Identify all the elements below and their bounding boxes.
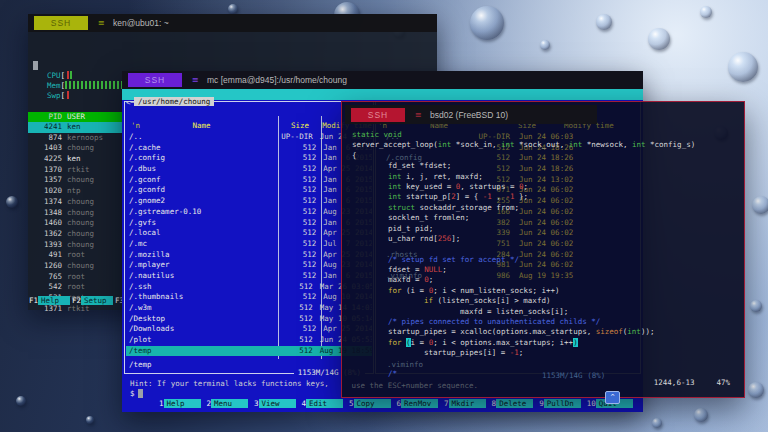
file-row[interactable]: /.gconfd 512 Jan 6 2015: [126, 185, 372, 196]
process-pid: 765: [28, 272, 62, 283]
col-name[interactable]: Name: [125, 121, 278, 130]
file-row[interactable]: /.gstreamer-0.10 512 Aug 23 2014: [126, 207, 372, 218]
window-title: bsd02 (FreeBSD 10): [430, 110, 508, 120]
file-size: 512: [278, 196, 319, 207]
swp-label: Swp: [47, 91, 61, 100]
wallpaper-droplet: [728, 52, 758, 82]
scroll-percent: 47%: [716, 378, 730, 387]
cursor-position: 1244,6-13: [654, 378, 695, 387]
titlebar-htop[interactable]: SSH ≡ ken@ubu01: ~: [28, 14, 437, 32]
file-row[interactable]: /.gconf 512 Jan 6 2015: [126, 175, 372, 186]
function-key-label: Setup: [81, 296, 113, 305]
file-row[interactable]: /temp 512 Aug 19 18:59: [126, 346, 372, 357]
col-user[interactable]: USER: [62, 112, 125, 122]
prompt-cursor: [138, 389, 143, 398]
file-row[interactable]: /Desktop 512 May 10 05:14: [126, 314, 372, 325]
process-pid: 1460: [28, 218, 62, 229]
function-key-button[interactable]: 4Edit: [302, 399, 344, 408]
file-row[interactable]: /.gnome2 512 Jan 6 2015: [126, 196, 372, 207]
function-key-button[interactable]: 6RenMov: [397, 399, 439, 408]
process-pid: 491: [28, 250, 62, 261]
process-user: choung: [62, 197, 125, 208]
file-size: 512: [278, 143, 319, 154]
process-user: choung: [62, 261, 125, 272]
file-size: 512: [278, 164, 319, 175]
vim-ruler: 1244,6-1347%: [654, 378, 730, 387]
vim-editor[interactable]: static voidserver_accept_loop(int *sock_…: [352, 130, 742, 379]
process-user: choung: [62, 218, 125, 229]
file-name: /.cache: [126, 143, 278, 154]
titlebar-mc[interactable]: SSH ≡ mc [emma@d945]:/usr/home/choung: [122, 71, 643, 89]
window-vim[interactable]: 'n Name Size Modify time /.. UP--DIR Jun…: [341, 101, 745, 398]
titlebar-vim[interactable]: SSH ≡ bsd02 (FreeBSD 10): [345, 105, 597, 124]
process-user: root: [62, 250, 125, 261]
file-row[interactable]: /.mplayer 512 Aug 23 2014: [126, 260, 372, 271]
cpu-label: CPU: [47, 71, 61, 80]
process-pid: 1362: [28, 229, 62, 240]
process-user: kernoops: [62, 133, 125, 144]
file-row[interactable]: /.thumbnails 512 Aug 10 2014: [126, 292, 372, 303]
file-row[interactable]: /.mc 512 Jul 7 2012: [126, 239, 372, 250]
file-size: 512: [275, 314, 316, 325]
cursor-block: [33, 61, 38, 70]
function-key-label: Copy: [354, 399, 391, 408]
hamburger-icon[interactable]: ≡: [192, 75, 198, 85]
function-key-label: Help: [38, 296, 70, 305]
file-row[interactable]: /.dbus 512 Apr 25 2014: [126, 164, 372, 175]
shell-prompt[interactable]: $: [130, 389, 143, 398]
function-key-button[interactable]: 9PullDn: [539, 399, 581, 408]
file-row[interactable]: /plot 512 Jun 24 05:53: [126, 335, 372, 346]
function-key-label: RenMov: [401, 399, 438, 408]
panel-path[interactable]: /usr/home/choung: [134, 97, 214, 106]
process-user: root: [62, 272, 125, 283]
file-row[interactable]: /.mozilla 512 Apr 25 2014: [126, 250, 372, 261]
scroll-indicator[interactable]: ^: [605, 391, 620, 404]
function-key-button[interactable]: 2Menu: [207, 399, 249, 408]
mc-keybar: 1Help2Menu3View4Edit5Copy6RenMov7Mkdir8D…: [159, 399, 639, 408]
col-size[interactable]: Size: [279, 121, 321, 130]
mc-left-panel[interactable]: <─ /usr/home/choung 'n Name Size Modify …: [124, 101, 374, 374]
hamburger-icon[interactable]: ≡: [415, 110, 421, 120]
wallpaper-droplet: [86, 416, 94, 424]
function-key-button[interactable]: F1Help: [29, 296, 70, 305]
function-key-label: View: [259, 399, 296, 408]
file-row[interactable]: /.cache 512 Jan 6 2015: [126, 143, 372, 154]
function-key-button[interactable]: 1Help: [159, 399, 201, 408]
process-user: choung: [62, 143, 125, 154]
function-key-button[interactable]: 5Copy: [349, 399, 391, 408]
wallpaper-droplet: [652, 418, 662, 428]
file-row[interactable]: /.gvfs 512 Jan 6 2015: [126, 218, 372, 229]
file-row[interactable]: /.ssh 512 Mar 26 03:05: [126, 282, 372, 293]
wallpaper-droplet: [700, 6, 712, 18]
file-name: /.gconfd: [126, 185, 278, 196]
process-pid: 1403: [28, 143, 62, 154]
file-size: 512: [278, 207, 319, 218]
process-user: ken: [62, 154, 125, 165]
process-user: ntp: [62, 186, 125, 197]
function-key-button[interactable]: 7Mkdir: [444, 399, 486, 408]
function-key-button[interactable]: 3View: [254, 399, 296, 408]
file-size: 512: [278, 185, 319, 196]
file-name: /Downloads: [126, 324, 278, 335]
file-name: /Desktop: [126, 314, 275, 325]
hamburger-icon[interactable]: ≡: [98, 18, 104, 28]
file-row[interactable]: /.. UP--DIR Jun 24 06:03: [126, 132, 372, 143]
file-row[interactable]: /Downloads 512 Apr 25 2014: [126, 324, 372, 335]
file-row[interactable]: /.w3m 512 May 14 14:03: [126, 303, 372, 314]
file-row[interactable]: /.config 512 Jan 6 2015: [126, 153, 372, 164]
wallpaper-droplet: [470, 6, 504, 40]
col-pid[interactable]: PID: [28, 112, 62, 122]
ssh-tab-green[interactable]: SSH: [34, 16, 88, 30]
file-name: /.thumbnails: [126, 292, 278, 303]
function-key-button[interactable]: F2Setup: [72, 296, 113, 305]
ssh-tab-purple[interactable]: SSH: [128, 73, 182, 87]
function-key-button[interactable]: 8Delete: [492, 399, 534, 408]
function-key-label: Delete: [496, 399, 533, 408]
file-name: /.nautilus: [126, 271, 278, 282]
ssh-tab-red[interactable]: SSH: [351, 108, 405, 122]
file-row[interactable]: /.nautilus 512 Jan 6 2015: [126, 271, 372, 282]
file-name: /.mc: [126, 239, 278, 250]
file-list: /.. UP--DIR Jun 24 06:03 /.cache 512 Jan…: [126, 132, 372, 356]
file-row[interactable]: /.local 512 Apr 25 2014: [126, 228, 372, 239]
file-name: /.config: [126, 153, 278, 164]
